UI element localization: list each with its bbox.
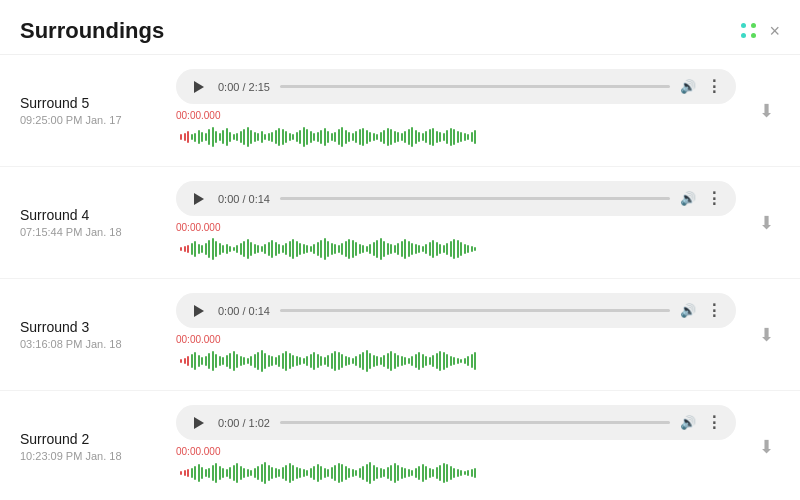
waveform-bar: [254, 244, 256, 254]
waveform-bar: [299, 130, 301, 144]
waveform-bar: [198, 355, 200, 367]
waveform-bar: [275, 242, 277, 256]
play-button[interactable]: [190, 190, 208, 208]
waveform-bar: [278, 244, 280, 254]
download-button[interactable]: ⬇: [752, 97, 780, 125]
waveform-bar: [467, 134, 469, 140]
waveform-bar: [268, 355, 270, 367]
waveform-bar: [425, 466, 427, 480]
more-icon[interactable]: ⋮: [706, 413, 722, 432]
waveform-bar: [306, 470, 308, 476]
more-icon[interactable]: ⋮: [706, 189, 722, 208]
waveform-bar: [250, 470, 252, 476]
waveform-bar: [373, 465, 375, 481]
waveform-bar: [331, 467, 333, 479]
recording-item: Surround 2 10:23:09 PM Jan. 18 0:00 / 1:…: [0, 391, 800, 493]
dot-teal-1: [741, 23, 746, 28]
volume-icon[interactable]: 🔊: [680, 191, 696, 206]
waveform-bar: [271, 467, 273, 479]
waveform-bar: [240, 356, 242, 366]
volume-icon[interactable]: 🔊: [680, 79, 696, 94]
recording-date: 09:25:00 PM Jan. 17: [20, 114, 160, 126]
waveform-bar: [418, 132, 420, 142]
waveform-bar: [222, 357, 224, 365]
waveform-bar: [247, 127, 249, 147]
waveform-bar: [348, 357, 350, 365]
waveform-bar: [317, 464, 319, 482]
waveform-bar: [212, 465, 214, 481]
volume-icon[interactable]: 🔊: [680, 415, 696, 430]
waveform-bar: [457, 358, 459, 364]
waveform-bar: [355, 242, 357, 256]
waveform-bar: [439, 132, 441, 142]
play-button[interactable]: [190, 414, 208, 432]
waveform-bar: [327, 469, 329, 477]
waveform-bar: [467, 245, 469, 253]
waveform-bar: [450, 128, 452, 146]
recording-item: Surround 3 03:16:08 PM Jan. 18 0:00 / 0:…: [0, 279, 800, 391]
waveform-bar: [418, 352, 420, 370]
dot-grid-icon[interactable]: [741, 23, 757, 39]
play-icon: [194, 81, 204, 93]
waveform-bar: [471, 469, 473, 477]
waveform-bar: [422, 464, 424, 482]
waveform-bar: [264, 244, 266, 254]
progress-track[interactable]: [280, 85, 670, 88]
waveform-bar: [198, 130, 200, 144]
waveform-bar: [191, 243, 193, 255]
play-button[interactable]: [190, 302, 208, 320]
waveform-bar: [313, 133, 315, 141]
volume-icon[interactable]: 🔊: [680, 303, 696, 318]
waveform-bar: [320, 356, 322, 366]
waveform-bar: [394, 463, 396, 483]
waveform-bar: [425, 131, 427, 143]
waveform-bar: [233, 465, 235, 481]
waveform-bar: [453, 357, 455, 365]
waveform-bar: [317, 242, 319, 256]
waveform-bar: [474, 247, 476, 251]
play-button[interactable]: [190, 78, 208, 96]
waveform-bar: [348, 468, 350, 478]
waveform-bar: [313, 244, 315, 254]
waveform-bar: [226, 355, 228, 367]
waveform-bar: [313, 352, 315, 370]
waveform-bar: [194, 352, 196, 370]
waveform-bar: [324, 468, 326, 478]
waveform-bar: [373, 355, 375, 367]
waveform-bar: [324, 357, 326, 365]
waveform-bar: [208, 468, 210, 478]
waveform-bar: [317, 132, 319, 142]
progress-track[interactable]: [280, 197, 670, 200]
waveform-bar: [432, 240, 434, 258]
waveform-bar: [387, 467, 389, 479]
close-button[interactable]: ×: [769, 22, 780, 40]
waveform-bar: [341, 127, 343, 147]
waveform-bar: [317, 354, 319, 368]
waveform-bar: [219, 243, 221, 255]
progress-track[interactable]: [280, 421, 670, 424]
more-icon[interactable]: ⋮: [706, 301, 722, 320]
waveform-bar: [303, 469, 305, 477]
waveform-bar: [373, 133, 375, 141]
waveform-bar: [257, 245, 259, 253]
waveform-bar: [310, 468, 312, 478]
waveform-bar: [320, 466, 322, 480]
waveform-bar: [334, 132, 336, 142]
more-icon[interactable]: ⋮: [706, 77, 722, 96]
dot-green-2: [751, 33, 756, 38]
waveform-bar: [268, 242, 270, 256]
waveform-bar: [180, 247, 182, 251]
waveform-bar: [261, 350, 263, 372]
download-button[interactable]: ⬇: [752, 321, 780, 349]
recording-name: Surround 3: [20, 319, 160, 335]
download-button[interactable]: ⬇: [752, 433, 780, 461]
waveform-bar: [254, 132, 256, 142]
download-button[interactable]: ⬇: [752, 209, 780, 237]
progress-track[interactable]: [280, 309, 670, 312]
waveform-bar: [415, 130, 417, 144]
waveform-bar: [236, 133, 238, 141]
waveform-bar: [422, 246, 424, 252]
waveform-bar: [380, 132, 382, 142]
waveform-bar: [415, 468, 417, 478]
waveform-bar: [268, 465, 270, 481]
